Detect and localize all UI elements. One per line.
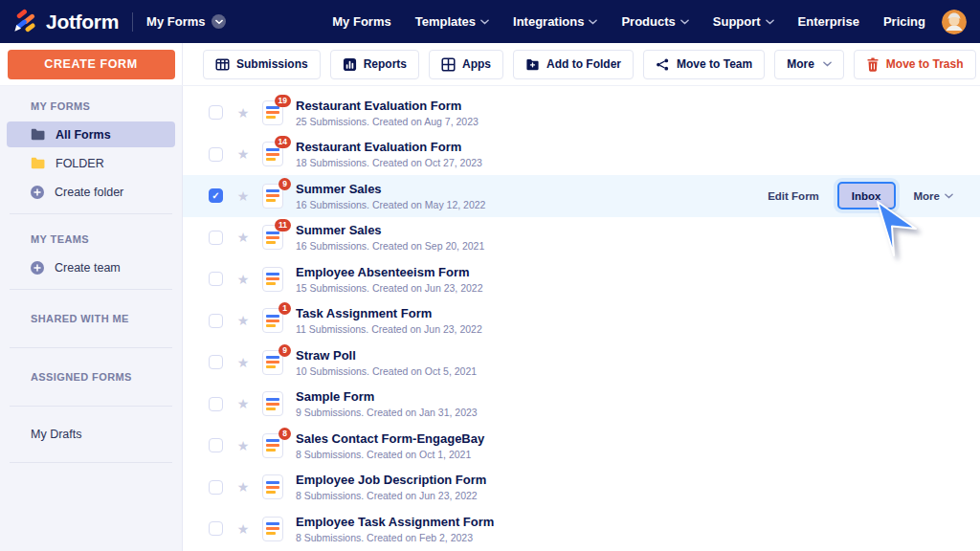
nav-item-label: Products [621,14,675,29]
row-checkbox[interactable] [209,231,223,245]
user-avatar[interactable] [942,10,967,34]
form-row-restaurant-evaluation-form[interactable]: ★19Restaurant Evaluation Form25 Submissi… [183,92,980,134]
chevron-down-icon [480,19,489,25]
star-icon[interactable]: ★ [235,105,251,121]
submissions-button[interactable]: Submissions [203,50,321,79]
form-row-employee-task-assignment-form[interactable]: ★Employee Task Assignment Form8 Submissi… [183,508,980,550]
form-title: Summer Sales [296,182,485,196]
jotform-logo[interactable]: Jotform [11,9,119,34]
sidebar-item-my-drafts[interactable]: My Drafts [0,415,182,453]
row-checkbox-checked[interactable]: ✓ [209,188,223,203]
nav-item-my-forms[interactable]: My Forms [332,14,390,29]
nav-item-label: My Forms [332,14,390,29]
form-row-employee-job-description-form[interactable]: ★Employee Job Description Form8 Submissi… [183,467,980,509]
star-icon[interactable]: ★ [235,146,251,162]
move-to-trash-button[interactable]: Move to Trash [854,50,976,79]
inbox-button[interactable]: Inbox [837,182,896,209]
create-form-button[interactable]: CREATE FORM [8,50,175,79]
star-icon[interactable]: ★ [235,355,251,370]
star-icon[interactable]: ★ [235,479,251,495]
sidebar-item-label: FOLDER [56,157,104,170]
form-thumbnail-icon: 9 [262,350,283,375]
form-title: Employee Absenteeism Form [296,265,483,279]
nav-item-integrations[interactable]: Integrations [513,14,597,29]
plus-circle-icon [31,261,44,275]
form-row-sample-form[interactable]: ★Sample Form9 Submissions. Created on Ja… [183,384,980,426]
nav-item-products[interactable]: Products [621,14,688,29]
apps-button[interactable]: Apps [429,50,503,79]
trash-icon [866,57,880,72]
sidebar-item-all-forms[interactable]: All Forms [7,121,175,147]
button-label: More [787,57,814,71]
nav-item-label: Pricing [883,14,925,29]
form-row-employee-absenteeism-form[interactable]: ★Employee Absenteeism Form15 Submissions… [183,258,980,300]
sidebar-item-create-folder[interactable]: Create folder [7,179,175,205]
unread-count-badge: 11 [275,219,291,231]
sidebar-divider [10,462,172,463]
more-button[interactable]: More [774,50,844,79]
button-label: Move to Team [677,57,752,71]
form-thumbnail-icon: 19 [262,100,283,125]
workspace-switcher[interactable]: My Forms [146,14,226,29]
row-checkbox[interactable] [209,480,223,495]
sidebar-item-label: Create folder [55,186,123,199]
row-checkbox[interactable] [209,397,223,411]
star-icon[interactable]: ★ [235,313,251,328]
chevron-down-icon [766,19,774,25]
form-meta: 15 Submissions. Created on Jun 23, 2022 [296,282,483,294]
form-row-task-assignment-form[interactable]: ★1Task Assignment Form11 Submissions. Cr… [183,300,980,342]
edit-form-link[interactable]: Edit Form [768,190,819,202]
star-icon[interactable]: ★ [235,438,251,453]
row-checkbox[interactable] [209,314,223,328]
chevron-down-icon[interactable] [212,14,226,29]
unread-count-badge: 9 [278,178,291,190]
form-text: Straw Poll10 Submissions. Created on Oct… [296,348,477,377]
sidebar-divider [10,289,172,290]
form-title: Summer Sales [296,223,484,237]
star-icon[interactable]: ★ [235,272,251,287]
star-icon[interactable]: ★ [235,396,251,411]
form-thumbnail-icon: 1 [262,308,283,333]
reports-button[interactable]: Reports [330,50,419,79]
row-checkbox[interactable] [209,521,223,536]
brand-name: Jotform [46,11,119,33]
star-icon[interactable]: ★ [235,188,251,204]
form-meta: 25 Submissions. Created on Aug 7, 2023 [296,116,479,127]
toolbar-left-panel: CREATE FORM [0,43,183,85]
form-thumbnail-icon [262,517,283,541]
star-icon[interactable]: ★ [235,230,251,245]
form-row-straw-poll[interactable]: ★9Straw Poll10 Submissions. Created on O… [183,342,980,384]
nav-item-templates[interactable]: Templates [415,14,489,29]
form-meta: 9 Submissions. Created on Jan 31, 2023 [296,407,478,418]
row-checkbox[interactable] [209,272,223,286]
form-row-summer-sales[interactable]: ★11Summer Sales16 Submissions. Created o… [183,217,980,259]
form-row-summer-sales[interactable]: ✓★9Summer Sales16 Submissions. Created o… [183,175,980,217]
form-row-sales-contact-form-engagebay[interactable]: ★8Sales Contact Form-EngageBay8 Submissi… [183,425,980,467]
row-more-link[interactable]: More [914,190,953,202]
row-checkbox[interactable] [209,438,223,452]
row-checkbox[interactable] [209,105,223,120]
sidebar-link-assigned-forms[interactable]: ASSIGNED FORMS [0,357,182,397]
sidebar-item-label: Create team [55,261,121,275]
sidebar-item-create-team[interactable]: Create team [7,254,175,280]
row-checkbox[interactable] [209,355,223,369]
form-title: Restaurant Evaluation Form [296,99,479,113]
sidebar-item-folder[interactable]: FOLDER [7,150,175,176]
move-to-team-button[interactable]: Move to Team [643,50,765,79]
nav-item-enterprise[interactable]: Enterprise [798,14,859,29]
row-more-label: More [914,190,940,202]
sidebar-link-shared-with-me[interactable]: SHARED WITH ME [0,298,182,339]
form-list: ★19Restaurant Evaluation Form25 Submissi… [183,86,980,551]
form-text: Summer Sales16 Submissions. Created on S… [296,223,484,252]
nav-item-pricing[interactable]: Pricing [883,14,925,29]
form-thumbnail-icon: 9 [262,184,283,209]
unread-count-badge: 14 [275,136,291,148]
form-row-restaurant-evaluation-form[interactable]: ★14Restaurant Evaluation Form18 Submissi… [183,134,980,176]
nav-item-support[interactable]: Support [713,14,774,29]
add-to-folder-button[interactable]: Add to Folder [513,50,634,79]
chevron-down-icon [680,19,689,25]
row-checkbox[interactable] [209,147,223,162]
star-icon[interactable]: ★ [235,521,251,537]
form-text: Restaurant Evaluation Form18 Submissions… [296,140,482,168]
content-area: MY FORMSAll FormsFOLDERCreate folderMY T… [0,86,980,551]
